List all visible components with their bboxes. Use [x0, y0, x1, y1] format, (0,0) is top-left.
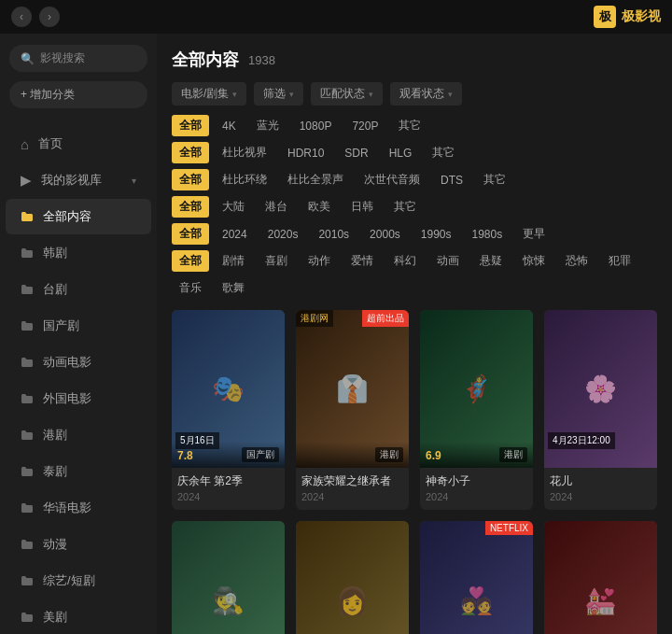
tag-恐怖[interactable]: 恐怖 — [558, 250, 595, 272]
sidebar-label-chinese-drama: 国产剧 — [43, 317, 79, 334]
tag-大陆[interactable]: 大陆 — [215, 196, 252, 218]
filter-filter[interactable]: 筛选▾ — [254, 82, 303, 106]
tag-HLG[interactable]: HLG — [382, 144, 420, 162]
tag-全部[interactable]: 全部 — [172, 223, 209, 245]
media-card-8[interactable]: 💒 婚礼 2024 — [544, 521, 657, 634]
tag-歌舞[interactable]: 歌舞 — [215, 277, 252, 299]
forward-button[interactable]: › — [39, 7, 60, 27]
folder-icon — [21, 610, 34, 626]
tag-全部[interactable]: 全部 — [172, 142, 209, 163]
sidebar-item-variety[interactable]: 综艺/短剧 — [6, 563, 151, 599]
sidebar-item-hk-drama[interactable]: 港剧 — [6, 417, 151, 453]
media-card-3[interactable]: 🦸 6.9 港剧 神奇小子 2024 — [420, 310, 533, 510]
tag-欧美[interactable]: 欧美 — [301, 196, 338, 218]
tag-2010s[interactable]: 2010s — [311, 225, 357, 244]
sidebar-item-my-library[interactable]: ▶ 我的影视库 ▾ — [6, 162, 151, 198]
sidebar-item-chinese-movie[interactable]: 华语电影 — [6, 490, 151, 526]
search-bar[interactable]: 🔍 影视搜索 — [9, 45, 147, 72]
tag-2020s[interactable]: 2020s — [260, 225, 306, 244]
folder-icon — [21, 282, 34, 298]
sidebar-item-anime-movie[interactable]: 动画电影 — [6, 345, 151, 380]
tag-音乐[interactable]: 音乐 — [172, 277, 209, 299]
sidebar: 🔍 影视搜索 + 增加分类 ⌂ 首页 ▶ 我的影视库 ▾ 全部内容 韩剧 台剧 … — [0, 34, 157, 634]
tag-4K[interactable]: 4K — [215, 117, 244, 135]
tag-犯罪[interactable]: 犯罪 — [601, 250, 638, 272]
tag-SDR[interactable]: SDR — [337, 144, 375, 162]
sidebar-label-all-content: 全部内容 — [43, 208, 91, 225]
sidebar-nav: ⌂ 首页 ▶ 我的影视库 ▾ 全部内容 韩剧 台剧 国产剧 动画电影 外国电影 … — [0, 125, 157, 634]
tag-720P[interactable]: 720P — [344, 117, 385, 135]
tag-喜剧[interactable]: 喜剧 — [258, 250, 295, 272]
date-badge: 4月23日12:00 — [548, 432, 615, 449]
tag-次世代音频[interactable]: 次世代音频 — [357, 169, 427, 190]
tag-蓝光[interactable]: 蓝光 — [249, 115, 287, 136]
sidebar-item-chinese-drama[interactable]: 国产剧 — [6, 308, 151, 344]
filter-type[interactable]: 电影/剧集▾ — [172, 82, 246, 106]
media-card-7[interactable]: 💑 NETFLIX 爱情公寓 2024 — [420, 521, 533, 634]
tag-其它[interactable]: 其它 — [391, 115, 428, 136]
sidebar-item-all-content[interactable]: 全部内容 — [6, 199, 151, 234]
tag-全部[interactable]: 全部 — [172, 115, 209, 136]
sidebar-item-anime[interactable]: 动漫 — [6, 527, 151, 562]
tag-DTS[interactable]: DTS — [433, 171, 470, 190]
tag-悬疑[interactable]: 悬疑 — [472, 250, 510, 272]
sidebar-item-thai-drama[interactable]: 泰剧 — [6, 454, 151, 489]
sidebar-item-taiwan-drama[interactable]: 台剧 — [6, 272, 151, 307]
add-category-button[interactable]: + 增加分类 — [9, 81, 147, 108]
media-card-2[interactable]: 👔 超前出品港剧网 港剧 家族荣耀之继承者 2024 — [296, 310, 409, 510]
filter-match-status[interactable]: 匹配状态▾ — [311, 82, 383, 106]
tag-其它[interactable]: 其它 — [476, 169, 513, 190]
media-year: 2024 — [426, 491, 527, 502]
tag-其它[interactable]: 其它 — [425, 142, 462, 163]
media-thumbnail: 👔 超前出品港剧网 港剧 — [296, 310, 409, 468]
titlebar: ‹ › 极 极影视 — [0, 0, 672, 34]
sidebar-item-korean-drama[interactable]: 韩剧 — [6, 235, 151, 271]
titlebar-nav: ‹ › — [11, 7, 60, 27]
tag-科幻[interactable]: 科幻 — [386, 250, 424, 272]
sidebar-item-home[interactable]: ⌂ 首页 — [6, 126, 151, 162]
sidebar-item-us-drama[interactable]: 美剧 — [6, 599, 151, 634]
tag-日韩[interactable]: 日韩 — [343, 196, 381, 218]
tag-其它[interactable]: 其它 — [386, 196, 424, 218]
filter-label: 筛选 — [263, 86, 286, 102]
media-card-5[interactable]: 🕵 冲天奇案2 2024 — [172, 521, 285, 634]
tag-动画[interactable]: 动画 — [429, 250, 467, 272]
tag-港台[interactable]: 港台 — [258, 196, 295, 218]
tag-1080P[interactable]: 1080P — [292, 117, 340, 135]
tag-爱情[interactable]: 爱情 — [343, 250, 381, 272]
tag-1980s[interactable]: 1980s — [465, 225, 511, 244]
rating-badge: 7.8 — [177, 449, 193, 462]
tag-row-resolution: 全部4K蓝光1080P720P其它 — [172, 115, 657, 136]
sidebar-item-foreign-movie[interactable]: 外国电影 — [6, 381, 151, 416]
tag-全部[interactable]: 全部 — [172, 169, 209, 190]
tag-杜比环绕[interactable]: 杜比环绕 — [215, 169, 274, 190]
media-card-1[interactable]: 🎭 5月16日 7.8 国产剧 庆余年 第2季 2024 — [172, 310, 285, 510]
tag-全部[interactable]: 全部 — [172, 250, 209, 272]
tag-更早[interactable]: 更早 — [515, 223, 553, 245]
media-info: 花儿 2024 — [544, 468, 657, 510]
folder-icon — [21, 209, 34, 225]
tag-杜比全景声[interactable]: 杜比全景声 — [280, 169, 351, 190]
media-thumbnail: 🌸 4月23日12:00 — [544, 310, 657, 468]
chevron-down-icon: ▾ — [132, 176, 136, 186]
tag-剧情[interactable]: 剧情 — [215, 250, 252, 272]
sidebar-label-anime: 动漫 — [43, 536, 67, 553]
filter-label: 电影/剧集 — [181, 86, 229, 102]
tag-row-year: 全部20242020s2010s2000s1990s1980s更早 — [172, 223, 657, 245]
tag-2024[interactable]: 2024 — [215, 225, 255, 244]
tag-动作[interactable]: 动作 — [301, 250, 338, 272]
thumbnail-bg: 👩 — [296, 521, 409, 634]
folder-icon — [21, 537, 34, 553]
tag-row-genre: 全部剧情喜剧动作爱情科幻动画悬疑惊悚恐怖犯罪音乐歌舞 — [172, 250, 657, 299]
tag-1990s[interactable]: 1990s — [413, 225, 459, 244]
media-card-4[interactable]: 🌸 4月23日12:00 花儿 2024 — [544, 310, 657, 510]
tag-2000s[interactable]: 2000s — [362, 225, 408, 244]
tag-杜比视界[interactable]: 杜比视界 — [215, 142, 274, 163]
card-overlay: 6.9 港剧 — [420, 442, 533, 468]
tag-惊悚[interactable]: 惊悚 — [515, 250, 553, 272]
back-button[interactable]: ‹ — [11, 7, 32, 27]
tag-全部[interactable]: 全部 — [172, 196, 209, 218]
media-card-6[interactable]: 👩 某某 2024 — [296, 521, 409, 634]
tag-HDR10[interactable]: HDR10 — [280, 144, 331, 162]
filter-watch-status[interactable]: 观看状态▾ — [390, 82, 462, 106]
